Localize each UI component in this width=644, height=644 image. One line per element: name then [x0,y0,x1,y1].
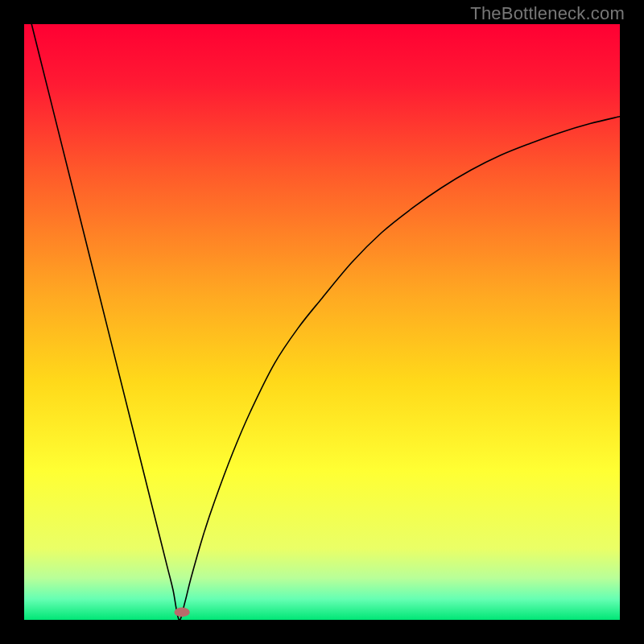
chart-background [24,24,620,620]
watermark-text: TheBottleneck.com [470,3,625,24]
minimum-marker [174,607,189,617]
chart-frame: TheBottleneck.com [0,0,644,644]
chart-svg [24,24,620,620]
plot-area [24,24,620,620]
